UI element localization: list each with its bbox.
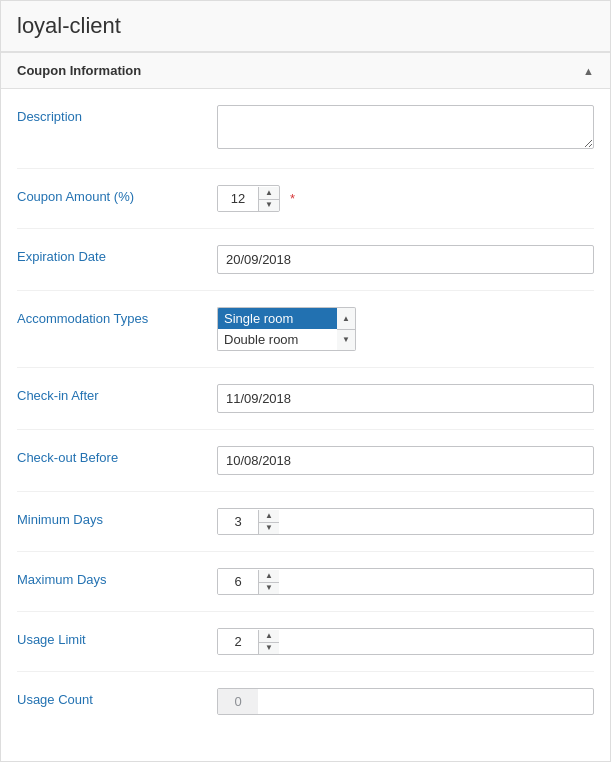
maximum-days-down-btn[interactable]: ▼ xyxy=(259,582,279,594)
page-title: loyal-client xyxy=(17,13,594,39)
coupon-amount-spinner: ▲ ▼ xyxy=(217,185,280,212)
usage-limit-spinner: ▲ ▼ xyxy=(217,628,594,655)
section-header-title: Coupon Information xyxy=(17,63,141,78)
checkout-before-label: Check-out Before xyxy=(17,446,217,465)
usage-count-label: Usage Count xyxy=(17,688,217,707)
coupon-amount-spinner-buttons: ▲ ▼ xyxy=(258,187,279,211)
coupon-amount-required: * xyxy=(290,191,295,206)
coupon-amount-spinner-wrap: ▲ ▼ * xyxy=(217,185,594,212)
usage-count-control xyxy=(217,688,594,715)
page-title-bar: loyal-client xyxy=(1,1,610,52)
minimum-days-input[interactable] xyxy=(218,509,258,534)
maximum-days-row: Maximum Days ▲ ▼ xyxy=(17,552,594,612)
coupon-amount-input[interactable] xyxy=(218,186,258,211)
minimum-days-spinner: ▲ ▼ xyxy=(217,508,594,535)
expiration-date-row: Expiration Date xyxy=(17,229,594,291)
expiration-date-control xyxy=(217,245,594,274)
section-header: Coupon Information ▲ xyxy=(1,52,610,89)
description-label: Description xyxy=(17,105,217,124)
checkout-before-control xyxy=(217,446,594,475)
minimum-days-up-btn[interactable]: ▲ xyxy=(259,510,279,522)
usage-count-row: Usage Count xyxy=(17,672,594,731)
coupon-amount-label: Coupon Amount (%) xyxy=(17,185,217,204)
usage-limit-down-btn[interactable]: ▼ xyxy=(259,642,279,654)
usage-limit-control: ▲ ▼ xyxy=(217,628,594,655)
minimum-days-control: ▲ ▼ xyxy=(217,508,594,535)
maximum-days-input[interactable] xyxy=(218,569,258,594)
page-wrapper: loyal-client Coupon Information ▲ Descri… xyxy=(0,0,611,762)
accommodation-types-select-wrap: Single room Double room ▲ ▼ xyxy=(217,307,356,351)
accommodation-types-select[interactable]: Single room Double room xyxy=(217,307,337,351)
form-body: Description Coupon Amount (%) ▲ ▼ xyxy=(1,89,610,731)
minimum-days-label: Minimum Days xyxy=(17,508,217,527)
coupon-amount-up-btn[interactable]: ▲ xyxy=(259,187,279,199)
description-row: Description xyxy=(17,89,594,169)
accommodation-types-row: Accommodation Types Single room Double r… xyxy=(17,291,594,368)
checkin-after-row: Check-in After xyxy=(17,368,594,430)
description-input[interactable] xyxy=(217,105,594,149)
checkout-before-input[interactable] xyxy=(217,446,594,475)
usage-limit-input[interactable] xyxy=(218,629,258,654)
minimum-days-row: Minimum Days ▲ ▼ xyxy=(17,492,594,552)
usage-limit-label: Usage Limit xyxy=(17,628,217,647)
section-toggle-icon[interactable]: ▲ xyxy=(583,65,594,77)
minimum-days-down-btn[interactable]: ▼ xyxy=(259,522,279,534)
coupon-amount-down-btn[interactable]: ▼ xyxy=(259,199,279,211)
accommodation-types-scroll-up-btn[interactable]: ▲ xyxy=(337,308,355,329)
coupon-amount-row: Coupon Amount (%) ▲ ▼ * xyxy=(17,169,594,229)
coupon-amount-control: ▲ ▼ * xyxy=(217,185,594,212)
checkin-after-input[interactable] xyxy=(217,384,594,413)
expiration-date-input[interactable] xyxy=(217,245,594,274)
checkin-after-label: Check-in After xyxy=(17,384,217,403)
usage-limit-row: Usage Limit ▲ ▼ xyxy=(17,612,594,672)
usage-count-input xyxy=(218,689,258,714)
description-control xyxy=(217,105,594,152)
maximum-days-label: Maximum Days xyxy=(17,568,217,587)
maximum-days-up-btn[interactable]: ▲ xyxy=(259,570,279,582)
accommodation-types-scroll-down-btn[interactable]: ▼ xyxy=(337,329,355,351)
maximum-days-spinner-buttons: ▲ ▼ xyxy=(258,570,279,594)
accommodation-types-scroll-btns: ▲ ▼ xyxy=(337,307,356,351)
maximum-days-control: ▲ ▼ xyxy=(217,568,594,595)
accommodation-types-label: Accommodation Types xyxy=(17,307,217,326)
checkin-after-control xyxy=(217,384,594,413)
usage-limit-spinner-buttons: ▲ ▼ xyxy=(258,630,279,654)
coupon-section: Coupon Information ▲ Description Coupon … xyxy=(1,52,610,731)
maximum-days-spinner: ▲ ▼ xyxy=(217,568,594,595)
checkout-before-row: Check-out Before xyxy=(17,430,594,492)
usage-count-spinner xyxy=(217,688,594,715)
minimum-days-spinner-buttons: ▲ ▼ xyxy=(258,510,279,534)
accommodation-types-control: Single room Double room ▲ ▼ xyxy=(217,307,594,351)
expiration-date-label: Expiration Date xyxy=(17,245,217,264)
usage-limit-up-btn[interactable]: ▲ xyxy=(259,630,279,642)
